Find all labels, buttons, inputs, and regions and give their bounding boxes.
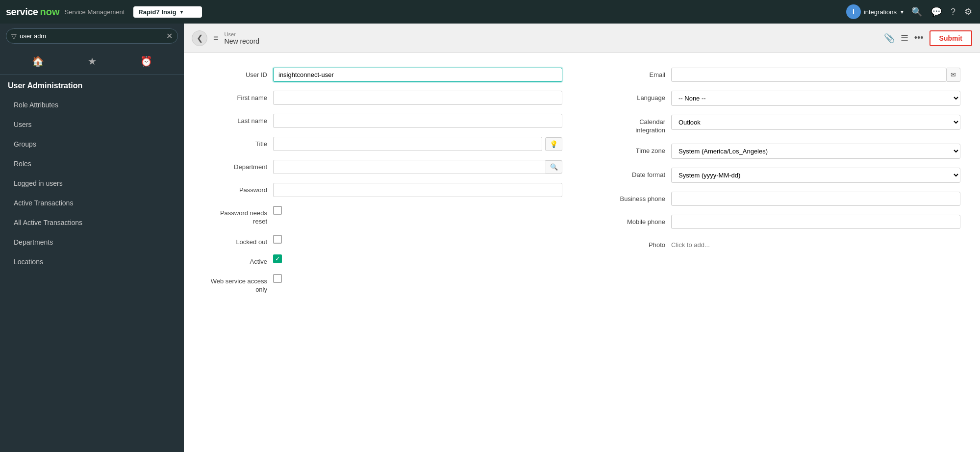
favorites-icon[interactable]: ★ bbox=[86, 53, 99, 69]
main-layout: ▽ user adm ✕ 🏠 ★ ⏰ User Administration R… bbox=[0, 24, 980, 452]
language-select[interactable]: -- None -- bbox=[671, 91, 960, 106]
hamburger-icon[interactable]: ≡ bbox=[213, 33, 219, 43]
sidebar-item-active-transactions[interactable]: Active Transactions bbox=[0, 193, 184, 213]
field-row-password-needs-reset: Password needsreset bbox=[203, 206, 562, 226]
sidebar-item-locations[interactable]: Locations bbox=[0, 252, 184, 272]
instance-selector[interactable]: Rapid7 Insig ▼ bbox=[133, 6, 202, 18]
photo-add-button[interactable]: Click to add... bbox=[671, 238, 710, 249]
search-icon[interactable]: 🔍 bbox=[909, 4, 924, 19]
web-service-checkbox[interactable] bbox=[273, 274, 282, 283]
active-label: Active bbox=[203, 254, 267, 265]
last-name-control bbox=[273, 114, 562, 128]
field-row-password: Password bbox=[203, 183, 562, 197]
left-column: User ID insightconnect-user First name bbox=[203, 68, 562, 303]
sidebar-item-users[interactable]: Users bbox=[0, 115, 184, 134]
more-options-icon[interactable]: ••• bbox=[914, 33, 924, 43]
help-icon[interactable]: ? bbox=[949, 5, 957, 19]
language-label: Language bbox=[602, 91, 665, 101]
last-name-label: Last name bbox=[203, 114, 267, 125]
logo-subtitle: Service Management bbox=[64, 8, 125, 16]
department-input[interactable] bbox=[273, 160, 546, 174]
search-input[interactable]: user adm bbox=[20, 32, 163, 40]
timezone-control: System (America/Los_Angeles) bbox=[671, 144, 960, 159]
sliders-icon[interactable]: ☰ bbox=[901, 33, 908, 44]
avatar: I bbox=[846, 4, 861, 19]
lightbulb-button[interactable]: 💡 bbox=[545, 137, 562, 151]
paperclip-icon[interactable]: 📎 bbox=[884, 33, 895, 44]
email-label: Email bbox=[602, 68, 665, 78]
last-name-input[interactable] bbox=[273, 114, 562, 128]
sidebar-item-roles[interactable]: Roles bbox=[0, 154, 184, 174]
title-input[interactable] bbox=[273, 137, 542, 151]
active-checkbox[interactable]: ✓ bbox=[273, 254, 282, 263]
chat-icon[interactable]: 💬 bbox=[929, 4, 944, 19]
header-actions: 📎 ☰ ••• Submit bbox=[884, 30, 972, 46]
right-column: Email ✉ Language -- N bbox=[602, 68, 960, 303]
field-row-date-format: Date format System (yyyy-MM-dd) bbox=[602, 168, 960, 183]
logo: servicenow Service Management bbox=[6, 6, 125, 18]
back-button[interactable]: ❮ bbox=[192, 30, 207, 46]
department-search-button[interactable]: 🔍 bbox=[546, 160, 562, 174]
field-row-language: Language -- None -- bbox=[602, 91, 960, 106]
email-icon-button[interactable]: ✉ bbox=[947, 68, 960, 82]
sidebar: ▽ user adm ✕ 🏠 ★ ⏰ User Administration R… bbox=[0, 24, 184, 452]
timezone-select[interactable]: System (America/Los_Angeles) bbox=[671, 144, 960, 159]
department-control: 🔍 bbox=[273, 160, 562, 174]
field-row-email: Email ✉ bbox=[602, 68, 960, 82]
password-needs-reset-label: Password needsreset bbox=[203, 206, 267, 226]
instance-label: Rapid7 Insig bbox=[138, 8, 176, 16]
filter-icon: ▽ bbox=[11, 32, 17, 40]
sidebar-search-area: ▽ user adm ✕ bbox=[0, 24, 184, 49]
date-format-label: Date format bbox=[602, 168, 665, 178]
locked-out-control bbox=[273, 235, 562, 244]
date-format-select[interactable]: System (yyyy-MM-dd) bbox=[671, 168, 960, 183]
first-name-input[interactable] bbox=[273, 91, 562, 105]
settings-icon[interactable]: ⚙ bbox=[962, 4, 974, 19]
sidebar-item-departments[interactable]: Departments bbox=[0, 232, 184, 252]
mobile-phone-label: Mobile phone bbox=[602, 215, 665, 226]
photo-control: Click to add... bbox=[671, 238, 960, 249]
language-control: -- None -- bbox=[671, 91, 960, 106]
field-row-calendar: Calendarintegration Outlook bbox=[602, 115, 960, 135]
field-row-first-name: First name bbox=[203, 91, 562, 105]
sidebar-item-all-active-transactions[interactable]: All Active Transactions bbox=[0, 213, 184, 232]
username-label: integrations bbox=[864, 8, 897, 16]
department-input-wrap: 🔍 bbox=[273, 160, 562, 174]
field-row-mobile-phone: Mobile phone bbox=[602, 215, 960, 229]
sidebar-item-logged-in-users[interactable]: Logged in users bbox=[0, 174, 184, 193]
password-needs-reset-control bbox=[273, 206, 562, 215]
mobile-phone-input[interactable] bbox=[671, 215, 960, 229]
form-record-subtitle: New record bbox=[225, 37, 878, 45]
first-name-control bbox=[273, 91, 562, 105]
email-control: ✉ bbox=[671, 68, 960, 82]
top-navigation: servicenow Service Management Rapid7 Ins… bbox=[0, 0, 980, 24]
history-icon[interactable]: ⏰ bbox=[138, 53, 154, 69]
user-id-label: User ID bbox=[203, 68, 267, 78]
field-row-user-id: User ID insightconnect-user bbox=[203, 68, 562, 82]
sidebar-item-role-attributes[interactable]: Role Attributes bbox=[0, 95, 184, 115]
form-grid: User ID insightconnect-user First name bbox=[203, 68, 960, 303]
calendar-label: Calendarintegration bbox=[602, 115, 665, 135]
dropdown-icon: ▼ bbox=[179, 9, 184, 15]
active-control: ✓ bbox=[273, 254, 562, 263]
sidebar-item-groups[interactable]: Groups bbox=[0, 134, 184, 154]
home-icon[interactable]: 🏠 bbox=[30, 53, 46, 69]
password-input[interactable] bbox=[273, 183, 562, 197]
submit-button[interactable]: Submit bbox=[930, 30, 972, 46]
first-name-label: First name bbox=[203, 91, 267, 101]
user-menu[interactable]: I integrations ▼ bbox=[846, 4, 905, 19]
calendar-select[interactable]: Outlook bbox=[671, 115, 960, 130]
form-header: ❮ ≡ User New record 📎 ☰ ••• Submit bbox=[184, 24, 980, 53]
locked-out-checkbox[interactable] bbox=[273, 235, 282, 244]
content-area: ❮ ≡ User New record 📎 ☰ ••• Submit User bbox=[184, 24, 980, 452]
email-input[interactable] bbox=[671, 68, 947, 82]
field-row-timezone: Time zone System (America/Los_Angeles) bbox=[602, 144, 960, 159]
user-id-input[interactable]: insightconnect-user bbox=[273, 68, 562, 82]
department-label: Department bbox=[203, 160, 267, 171]
clear-icon[interactable]: ✕ bbox=[166, 31, 173, 41]
password-needs-reset-checkbox[interactable] bbox=[273, 206, 282, 215]
business-phone-input[interactable] bbox=[671, 192, 960, 206]
form-title-block: User New record bbox=[225, 31, 878, 45]
section-header: User Administration bbox=[0, 75, 184, 95]
field-row-title: Title 💡 bbox=[203, 137, 562, 151]
